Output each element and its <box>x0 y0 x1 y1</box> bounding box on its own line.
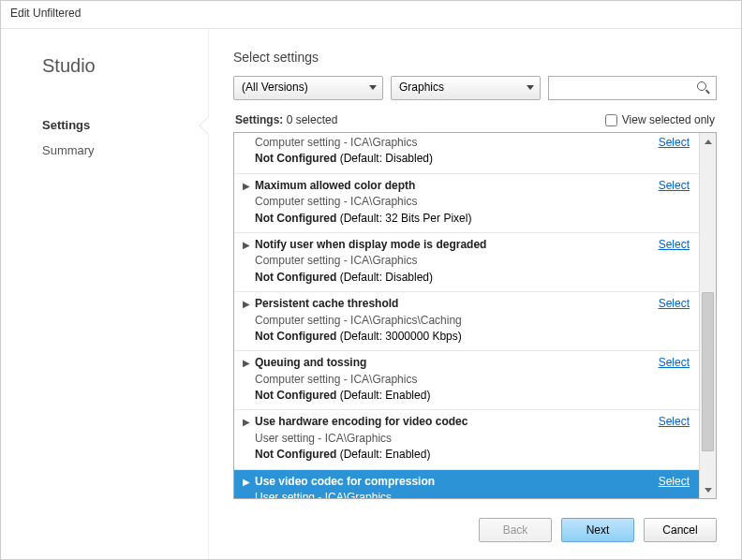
expand-icon[interactable]: ▶ <box>238 474 255 498</box>
main-panel: Select settings (All Versions) Graphics … <box>209 29 741 559</box>
setting-title: Notify user when display mode is degrade… <box>255 237 648 253</box>
setting-title: Persistent cache threshold <box>255 296 648 312</box>
version-select[interactable]: (All Versions) <box>233 76 383 100</box>
sidebar: Studio SettingsSummary <box>1 29 209 559</box>
select-cell: Select <box>648 178 690 227</box>
view-selected-toggle[interactable]: View selected only <box>605 113 715 126</box>
chevron-down-icon <box>527 85 534 90</box>
status-row: Settings: 0 selected View selected only <box>233 111 717 128</box>
search-box <box>548 76 717 100</box>
setting-row[interactable]: ▶Notify user when display mode is degrad… <box>234 233 699 292</box>
setting-body: Use hardware encoding for video codecUse… <box>255 414 648 463</box>
filter-bar: (All Versions) Graphics <box>233 76 717 100</box>
setting-title: Use hardware encoding for video codec <box>255 414 648 430</box>
settings-list: ▶Computer setting - ICA\GraphicsNot Conf… <box>234 133 699 498</box>
setting-title: Maximum allowed color depth <box>255 178 648 194</box>
select-link[interactable]: Select <box>659 238 690 251</box>
select-link[interactable]: Select <box>659 475 690 488</box>
expand-icon[interactable]: ▶ <box>238 296 255 345</box>
select-link[interactable]: Select <box>659 179 690 192</box>
scroll-up-icon[interactable] <box>700 133 716 150</box>
setting-title: Use video codec for compression <box>255 474 648 490</box>
sidebar-item-settings[interactable]: Settings <box>42 112 208 138</box>
category-select[interactable]: Graphics <box>391 76 541 100</box>
select-cell: Select <box>648 296 690 345</box>
nav-list: SettingsSummary <box>42 112 208 163</box>
search-input[interactable] <box>549 77 691 99</box>
cancel-button[interactable]: Cancel <box>644 518 717 542</box>
setting-path: User setting - ICA\Graphics <box>255 431 648 447</box>
app-name: Studio <box>42 55 208 77</box>
setting-status: Not Configured (Default: Disabled) <box>255 151 648 167</box>
page-heading: Select settings <box>233 50 717 65</box>
setting-path: User setting - ICA\Graphics <box>255 490 648 498</box>
search-icon[interactable] <box>697 81 710 95</box>
wizard-buttons: Back Next Cancel <box>233 518 717 542</box>
back-button[interactable]: Back <box>479 518 552 542</box>
setting-body: Maximum allowed color depthComputer sett… <box>255 178 648 227</box>
select-cell: Select <box>648 135 690 168</box>
view-selected-label: View selected only <box>622 113 715 126</box>
setting-title: Queuing and tossing <box>255 355 648 371</box>
select-link[interactable]: Select <box>659 297 690 310</box>
setting-path: Computer setting - ICA\Graphics <box>255 194 648 210</box>
version-select-value: (All Versions) <box>242 81 308 94</box>
setting-row[interactable]: ▶Maximum allowed color depthComputer set… <box>234 174 699 233</box>
setting-body: Use video codec for compressionUser sett… <box>255 474 648 498</box>
setting-body: Notify user when display mode is degrade… <box>255 237 648 286</box>
setting-path: Computer setting - ICA\Graphics <box>255 372 648 388</box>
select-cell: Select <box>648 474 690 498</box>
content: Studio SettingsSummary Select settings (… <box>1 29 741 559</box>
select-cell: Select <box>648 414 690 463</box>
selection-count: Settings: 0 selected <box>235 113 337 126</box>
setting-status: Not Configured (Default: Enabled) <box>255 388 648 404</box>
next-button[interactable]: Next <box>561 518 634 542</box>
setting-path: Computer setting - ICA\Graphics <box>255 135 648 151</box>
setting-row[interactable]: ▶Use video codec for compressionUser set… <box>234 470 699 498</box>
setting-row[interactable]: ▶Persistent cache thresholdComputer sett… <box>234 292 699 351</box>
window-title: Edit Unfiltered <box>1 1 741 29</box>
setting-body: Persistent cache thresholdComputer setti… <box>255 296 648 345</box>
setting-status: Not Configured (Default: Enabled) <box>255 447 648 463</box>
expand-icon[interactable]: ▶ <box>238 355 255 404</box>
select-link[interactable]: Select <box>659 415 690 428</box>
setting-path: Computer setting - ICA\Graphics\Caching <box>255 313 648 329</box>
scroll-down-icon[interactable] <box>700 150 716 167</box>
setting-body: Queuing and tossingComputer setting - IC… <box>255 355 648 404</box>
setting-body: Computer setting - ICA\GraphicsNot Confi… <box>255 135 648 168</box>
select-link[interactable]: Select <box>659 136 690 149</box>
chevron-down-icon <box>369 85 377 90</box>
setting-row[interactable]: ▶Use hardware encoding for video codecUs… <box>234 410 699 469</box>
setting-path: Computer setting - ICA\Graphics <box>255 253 648 269</box>
expand-icon[interactable]: ▶ <box>238 414 255 463</box>
view-selected-checkbox[interactable] <box>605 114 617 126</box>
expand-icon[interactable]: ▶ <box>238 178 255 227</box>
setting-row[interactable]: ▶Computer setting - ICA\GraphicsNot Conf… <box>234 133 699 174</box>
setting-status: Not Configured (Default: Disabled) <box>255 270 648 286</box>
select-cell: Select <box>648 355 690 404</box>
settings-list-container: ▶Computer setting - ICA\GraphicsNot Conf… <box>233 132 717 499</box>
sidebar-item-summary[interactable]: Summary <box>42 138 208 163</box>
setting-row[interactable]: ▶Queuing and tossingComputer setting - I… <box>234 351 699 410</box>
scroll-thumb[interactable] <box>702 292 714 451</box>
select-cell: Select <box>648 237 690 286</box>
category-select-value: Graphics <box>399 81 444 94</box>
select-link[interactable]: Select <box>659 356 690 369</box>
setting-status: Not Configured (Default: 32 Bits Per Pix… <box>255 211 648 227</box>
setting-status: Not Configured (Default: 3000000 Kbps) <box>255 329 648 345</box>
expand-icon[interactable]: ▶ <box>238 237 255 286</box>
scrollbar[interactable] <box>699 133 716 498</box>
